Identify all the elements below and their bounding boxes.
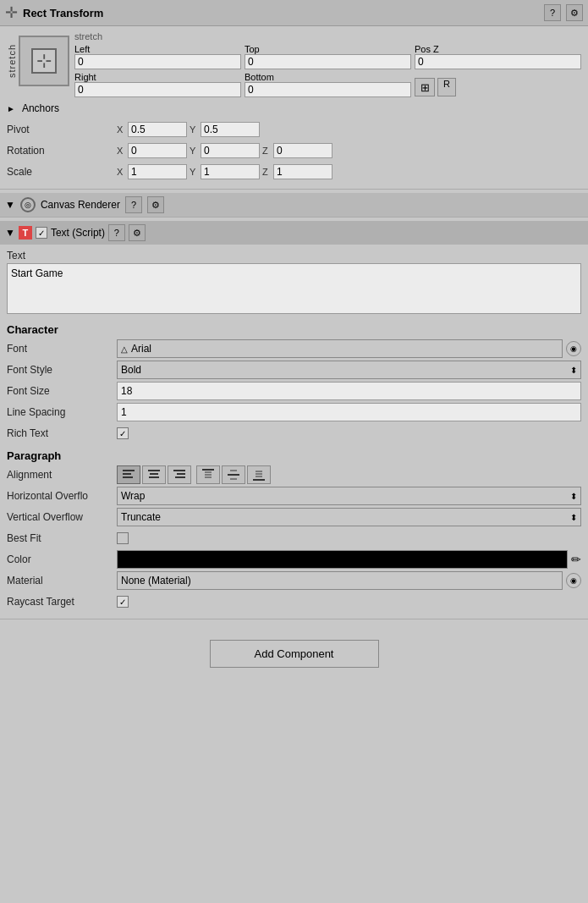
rich-text-label: Rich Text bbox=[7, 427, 117, 439]
raycast-target-label: Raycast Target bbox=[7, 596, 117, 608]
font-size-input[interactable] bbox=[117, 382, 581, 400]
scale-row: Scale X Y Z bbox=[0, 162, 588, 186]
best-fit-checkbox[interactable] bbox=[117, 532, 129, 544]
color-row: Color ✏ bbox=[7, 550, 581, 569]
pivot-x-input[interactable] bbox=[128, 122, 187, 137]
color-label: Color bbox=[7, 553, 117, 565]
rect-transform-gear-btn[interactable]: ⚙ bbox=[566, 4, 583, 21]
material-value: None (Material) bbox=[121, 575, 191, 586]
anchors-row: ► Anchors bbox=[0, 99, 588, 118]
right-input[interactable] bbox=[74, 82, 241, 97]
top-label: Top bbox=[245, 44, 411, 54]
add-component-section: Add Component bbox=[0, 619, 588, 688]
line-spacing-label: Line Spacing bbox=[7, 406, 117, 418]
alignment-label: Alignment bbox=[7, 469, 117, 481]
bottom-label: Bottom bbox=[245, 72, 411, 82]
align-center-btn[interactable] bbox=[142, 465, 166, 484]
font-style-dropdown[interactable]: Bold ⬍ bbox=[117, 361, 581, 379]
font-triangle-icon: △ bbox=[121, 344, 128, 354]
font-size-row: Font Size bbox=[7, 382, 581, 400]
stretch-side-label: stretch bbox=[7, 44, 17, 78]
bottom-input[interactable] bbox=[245, 82, 411, 97]
align-right-btn[interactable] bbox=[168, 465, 191, 484]
rotation-z-input[interactable] bbox=[273, 143, 332, 158]
material-row: Material None (Material) ◉ bbox=[7, 571, 581, 590]
pivot-x-letter: X bbox=[117, 124, 125, 135]
posz-input[interactable] bbox=[415, 54, 581, 69]
horizontal-overflow-dropdown[interactable]: Wrap ⬍ bbox=[117, 487, 581, 505]
raycast-target-row: Raycast Target ✓ bbox=[7, 592, 581, 611]
text-field-label: Text bbox=[7, 250, 581, 262]
material-dropdown[interactable]: None (Material) bbox=[117, 571, 563, 590]
pivot-label: Pivot bbox=[7, 124, 117, 135]
font-style-value: Bold bbox=[121, 364, 141, 376]
color-swatch[interactable] bbox=[117, 550, 568, 569]
vertical-overflow-dropdown[interactable]: Truncate ⬍ bbox=[117, 508, 581, 526]
rotation-x-input[interactable] bbox=[128, 143, 187, 158]
scale-fields: X Y Z bbox=[117, 164, 581, 179]
anchor-inner: ⊹ bbox=[31, 48, 57, 74]
canvas-renderer-gear-btn[interactable]: ⚙ bbox=[147, 196, 164, 213]
align-top-btn[interactable] bbox=[196, 465, 220, 484]
horizontal-overflow-value: Wrap bbox=[121, 490, 145, 502]
anchor-preset-btn[interactable]: ⊞ bbox=[415, 78, 435, 96]
scale-z-letter: Z bbox=[262, 167, 271, 177]
rich-text-checkbox[interactable]: ✓ bbox=[117, 427, 129, 439]
color-field: ✏ bbox=[117, 550, 581, 569]
canvas-renderer-header: ▼ ◎ Canvas Renderer ? ⚙ bbox=[0, 193, 588, 217]
canvas-renderer-collapse-icon[interactable]: ▼ bbox=[5, 199, 15, 211]
font-dropdown[interactable]: △ Arial bbox=[117, 339, 563, 358]
vertical-overflow-row: Vertical Overflow Truncate ⬍ bbox=[7, 508, 581, 526]
font-select-btn[interactable]: ◉ bbox=[566, 341, 581, 356]
best-fit-label: Best Fit bbox=[7, 532, 117, 544]
anchor-widget[interactable]: ⊹ bbox=[19, 36, 69, 86]
align-bottom-btn[interactable] bbox=[247, 465, 271, 484]
font-style-row: Font Style Bold ⬍ bbox=[7, 361, 581, 379]
rect-transform-title: Rect Transform bbox=[23, 7, 539, 19]
scale-y-input[interactable] bbox=[201, 164, 260, 179]
text-script-panel: ▼ T ✓ Text (Script) ? ⚙ Text Start Game … bbox=[0, 221, 588, 619]
text-textarea[interactable]: Start Game bbox=[7, 263, 581, 314]
stretch-top-label: stretch bbox=[74, 31, 241, 41]
horizontal-overflow-label: Horizontal Overflo bbox=[7, 490, 117, 502]
pivot-row: Pivot X Y bbox=[0, 120, 588, 139]
raycast-target-checkbox[interactable]: ✓ bbox=[117, 596, 129, 608]
scale-x-input[interactable] bbox=[128, 164, 187, 179]
anchors-collapse-icon[interactable]: ► bbox=[7, 104, 15, 113]
rich-text-row: Rich Text ✓ bbox=[7, 424, 581, 443]
rotation-fields: X Y Z bbox=[117, 143, 581, 158]
text-script-header: ▼ T ✓ Text (Script) ? ⚙ bbox=[0, 221, 588, 245]
canvas-renderer-circle-icon: ◎ bbox=[20, 197, 36, 212]
vertical-overflow-value: Truncate bbox=[121, 511, 161, 523]
reset-btn[interactable]: R bbox=[437, 78, 456, 96]
font-label: Font bbox=[7, 343, 117, 355]
rect-transform-help-btn[interactable]: ? bbox=[544, 4, 561, 21]
scale-z-input[interactable] bbox=[273, 164, 332, 179]
top-input[interactable] bbox=[245, 54, 411, 69]
t-icon: T bbox=[19, 226, 32, 240]
text-script-help-btn[interactable]: ? bbox=[108, 224, 125, 241]
left-input[interactable] bbox=[74, 54, 241, 69]
text-script-gear-btn[interactable]: ⚙ bbox=[129, 224, 146, 241]
font-size-label: Font Size bbox=[7, 385, 117, 397]
add-component-button[interactable]: Add Component bbox=[210, 640, 379, 668]
alignment-buttons bbox=[117, 465, 271, 484]
canvas-renderer-help-btn[interactable]: ? bbox=[125, 196, 142, 213]
text-script-enabled-checkbox[interactable]: ✓ bbox=[36, 227, 47, 239]
material-label: Material bbox=[7, 575, 117, 586]
canvas-renderer-panel: ▼ ◎ Canvas Renderer ? ⚙ bbox=[0, 193, 588, 217]
scale-y-letter: Y bbox=[190, 167, 198, 177]
left-label: Left bbox=[74, 44, 241, 54]
color-pencil-icon[interactable]: ✏ bbox=[571, 553, 581, 566]
alignment-row: Alignment bbox=[7, 465, 581, 484]
rotation-x-letter: X bbox=[117, 146, 125, 156]
rotation-y-input[interactable] bbox=[201, 143, 260, 158]
rect-transform-panel: ✛ Rect Transform ? ⚙ stretch ⊹ stretch bbox=[0, 0, 588, 190]
align-left-btn[interactable] bbox=[117, 465, 140, 484]
text-script-collapse-icon[interactable]: ▼ bbox=[5, 227, 15, 239]
line-spacing-input[interactable] bbox=[117, 403, 581, 421]
material-select-btn[interactable]: ◉ bbox=[566, 573, 581, 588]
pivot-y-input[interactable] bbox=[201, 122, 260, 137]
horizontal-overflow-arrow: ⬍ bbox=[570, 492, 577, 501]
align-middle-btn[interactable] bbox=[222, 465, 245, 484]
